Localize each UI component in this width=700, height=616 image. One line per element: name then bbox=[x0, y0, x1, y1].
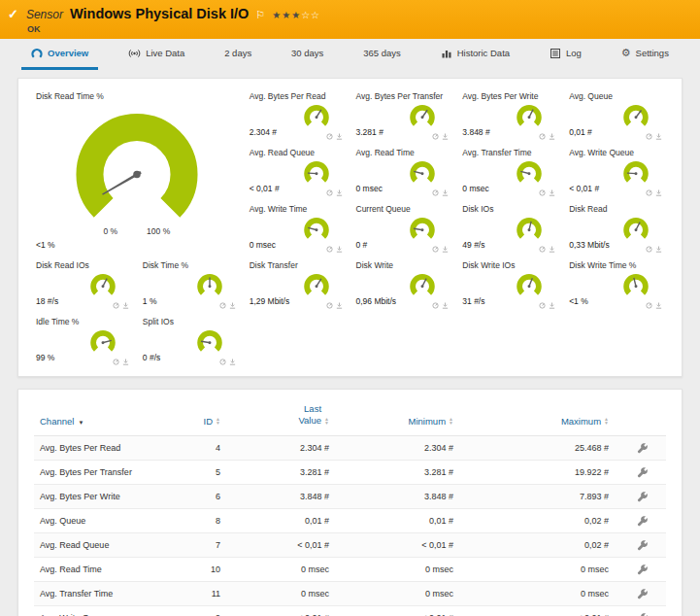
gauge-mini-dial-icon[interactable] bbox=[432, 189, 439, 196]
channel-gauge-value: 49 #/s bbox=[462, 240, 484, 250]
gauge-mini-dial-icon[interactable] bbox=[432, 302, 439, 309]
channel-settings-wrench-icon[interactable] bbox=[637, 612, 649, 616]
col-minimum[interactable]: Minimum ▲▼ bbox=[339, 416, 463, 427]
channel-gauge-cell[interactable]: Avg. Write Time 0 msec bbox=[246, 203, 349, 254]
channel-min: 2.304 # bbox=[339, 443, 463, 453]
gauge-mini-dial-icon[interactable] bbox=[539, 246, 546, 253]
gauge-pin-down-icon[interactable] bbox=[549, 189, 555, 196]
gauge-mini-dial-icon[interactable] bbox=[646, 302, 652, 309]
gauge-pin-down-icon[interactable] bbox=[336, 302, 343, 309]
gauge-pin-down-icon[interactable] bbox=[442, 189, 449, 196]
channel-row: Avg. Bytes Per Transfer 5 3.281 # 3.281 … bbox=[34, 461, 666, 485]
gauge-pin-down-icon[interactable] bbox=[655, 189, 662, 196]
gauge-mini-dial-icon[interactable] bbox=[219, 302, 226, 309]
gauge-pin-down-icon[interactable] bbox=[122, 359, 129, 365]
col-id[interactable]: ID ▲▼ bbox=[180, 416, 230, 427]
channel-gauge-cell[interactable]: Current Queue 0 # bbox=[352, 203, 455, 254]
channel-gauge-cell[interactable]: Avg. Queue 0,01 # bbox=[565, 90, 668, 141]
col-last-value[interactable]: Last Value ▲▼ bbox=[230, 403, 339, 427]
channel-gauge-cell[interactable]: Avg. Transfer Time 0 msec bbox=[458, 147, 561, 197]
col-maximum[interactable]: Maximum ▲▼ bbox=[463, 416, 618, 427]
tab-overview[interactable]: Overview bbox=[21, 39, 98, 70]
tab-live-data[interactable]: Live Data bbox=[118, 39, 194, 70]
channel-gauge-cell[interactable]: Avg. Read Time 0 msec bbox=[352, 147, 455, 197]
gauge-pin-down-icon[interactable] bbox=[229, 359, 236, 365]
sort-icon: ▲▼ bbox=[604, 417, 609, 427]
channel-settings-wrench-icon[interactable] bbox=[637, 564, 649, 575]
channel-gauge-cell[interactable]: Disk IOs 49 #/s bbox=[458, 203, 561, 254]
gauge-dial-icon bbox=[408, 215, 437, 242]
tab-settings[interactable]: ⚙ Settings bbox=[612, 39, 679, 70]
gauge-mini-dial-icon[interactable] bbox=[326, 302, 333, 309]
gauge-pin-down-icon[interactable] bbox=[655, 302, 662, 309]
channel-gauge-value: 0 msec bbox=[356, 184, 383, 193]
flag-icon[interactable]: ⚐ bbox=[255, 9, 265, 21]
gauge-mini-dial-icon[interactable] bbox=[646, 189, 652, 196]
gauge-pin-down-icon[interactable] bbox=[229, 302, 236, 309]
tab-30-days[interactable]: 30 days bbox=[282, 39, 333, 70]
channel-gauge-cell[interactable]: Disk Write 0,96 Mbit/s bbox=[352, 259, 455, 310]
channel-gauge-cell[interactable]: Disk Transfer 1,29 Mbit/s bbox=[246, 259, 349, 310]
tab-365-days[interactable]: 365 days bbox=[353, 39, 411, 70]
gauge-mini-dial-icon[interactable] bbox=[539, 189, 546, 196]
gauge-pin-down-icon[interactable] bbox=[655, 246, 662, 253]
channel-gauge-cell[interactable]: Avg. Bytes Per Write 3.848 # bbox=[458, 90, 561, 141]
channel-gauge-cell[interactable]: Disk Read 0,33 Mbit/s bbox=[565, 203, 668, 254]
gauge-mini-dial-icon[interactable] bbox=[539, 133, 546, 140]
channel-gauge-cell[interactable]: Disk Time % 1 % bbox=[139, 259, 242, 310]
gauge-dial-icon bbox=[515, 271, 544, 298]
gauge-pin-down-icon[interactable] bbox=[549, 246, 555, 253]
channel-settings-wrench-icon[interactable] bbox=[637, 466, 649, 478]
channel-settings-wrench-icon[interactable] bbox=[637, 515, 649, 527]
channel-min: 0,01 # bbox=[339, 516, 463, 526]
gauge-pin-down-icon[interactable] bbox=[336, 133, 343, 140]
channel-gauge-cell[interactable]: Disk Write IOs 31 #/s bbox=[458, 259, 561, 310]
gauge-pin-down-icon[interactable] bbox=[336, 246, 343, 253]
channel-settings-wrench-icon[interactable] bbox=[637, 588, 649, 599]
tab-2-days[interactable]: 2 days bbox=[215, 39, 261, 70]
channel-settings-wrench-icon[interactable] bbox=[637, 539, 649, 551]
gauge-mini-dial-icon[interactable] bbox=[219, 359, 226, 365]
channel-id: 10 bbox=[180, 565, 230, 574]
channel-gauge-cell[interactable]: Disk Read IOs 18 #/s bbox=[32, 259, 135, 310]
gauge-pin-down-icon[interactable] bbox=[336, 189, 343, 196]
stars-filled: ★★★ bbox=[272, 10, 301, 20]
channel-gauge-cell[interactable]: Idle Time % 99 % bbox=[32, 316, 135, 366]
gauge-pin-down-icon[interactable] bbox=[549, 302, 555, 309]
gauge-mini-dial-icon[interactable] bbox=[326, 133, 333, 140]
channel-row: Avg. Bytes Per Write 6 3.848 # 3.848 # 7… bbox=[34, 485, 666, 509]
tab-label: 365 days bbox=[363, 48, 401, 58]
channel-min: 3.848 # bbox=[339, 492, 463, 501]
gauge-pin-down-icon[interactable] bbox=[122, 302, 129, 309]
gauge-mini-dial-icon[interactable] bbox=[113, 359, 119, 365]
gauge-mini-dial-icon[interactable] bbox=[646, 246, 652, 253]
priority-stars[interactable]: ★★★☆☆ bbox=[272, 10, 320, 20]
tab-log[interactable]: Log bbox=[540, 39, 591, 70]
tab-historic-data[interactable]: Historic Data bbox=[431, 39, 519, 70]
log-list-icon bbox=[550, 48, 561, 59]
channel-gauge-cell[interactable]: Avg. Bytes Per Transfer 3.281 # bbox=[352, 90, 455, 141]
channel-gauge-cell[interactable]: Disk Write Time % <1 % bbox=[565, 259, 668, 310]
gauge-pin-down-icon[interactable] bbox=[442, 246, 449, 253]
channel-settings-wrench-icon[interactable] bbox=[637, 491, 649, 502]
channel-gauge-cell[interactable]: Avg. Write Queue < 0,01 # bbox=[565, 147, 668, 197]
gauge-mini-dial-icon[interactable] bbox=[432, 246, 439, 253]
channel-gauge-cell[interactable]: Avg. Read Queue < 0,01 # bbox=[246, 147, 349, 197]
channel-gauge-cell[interactable]: Avg. Bytes Per Read 2.304 # bbox=[246, 90, 349, 141]
channel-max: 19.922 # bbox=[463, 467, 618, 477]
col-channel[interactable]: Channel ▼ bbox=[34, 416, 180, 427]
gauge-pin-down-icon[interactable] bbox=[442, 133, 449, 140]
gauge-mini-dial-icon[interactable] bbox=[539, 302, 546, 309]
channel-settings-wrench-icon[interactable] bbox=[637, 442, 649, 454]
gauge-mini-dial-icon[interactable] bbox=[432, 133, 439, 140]
gauge-mini-dial-icon[interactable] bbox=[326, 189, 333, 196]
gauge-pin-down-icon[interactable] bbox=[442, 302, 449, 309]
gauge-mini-dial-icon[interactable] bbox=[113, 302, 119, 309]
gauge-mini-dial-icon[interactable] bbox=[326, 246, 333, 253]
gauge-mini-dial-icon[interactable] bbox=[646, 133, 652, 140]
primary-channel-gauge[interactable]: Disk Read Time % 0 % 100 % <1 % bbox=[32, 90, 242, 254]
gauge-pin-down-icon[interactable] bbox=[549, 133, 555, 140]
channel-gauge-cell[interactable]: Split IOs 0 #/s bbox=[139, 316, 242, 366]
gauge-pin-down-icon[interactable] bbox=[655, 133, 662, 140]
gauge-dial-icon bbox=[302, 215, 331, 242]
